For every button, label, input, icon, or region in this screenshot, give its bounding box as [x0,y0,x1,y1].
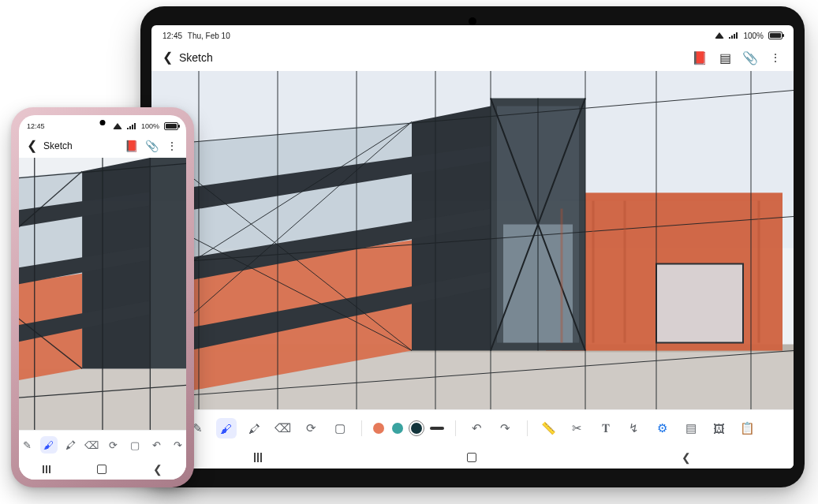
text-style-tool[interactable]: ↯ [624,418,644,439]
drawing-toolbar: ✎ 🖌 🖍 ⌫ ⟳ ▢ ↶ ↷ [19,430,186,459]
status-left: 12:45 Thu, Feb 10 [162,32,230,40]
highlighter-tool[interactable]: 🖍 [62,436,79,454]
eraser-tool[interactable]: ⌫ [84,436,100,454]
shape-tool[interactable]: ▢ [126,436,143,454]
clipboard-tool[interactable]: 📋 [738,418,758,439]
battery-icon [164,122,178,130]
nav-recents[interactable] [254,453,262,462]
status-time: 12:45 [162,32,182,40]
color-swatch-1[interactable] [373,423,384,434]
brush-tool[interactable]: 🖌 [40,436,57,454]
drawing-toolbar: ✎ 🖌 🖍 ⌫ ⟳ ▢ ↶ ↷ 📏 ✂ [151,409,794,446]
page-icon[interactable]: ▤ [718,50,732,65]
crop-tool[interactable]: ✂ [567,418,588,439]
tool-group-actions: ↶ ↷ [467,418,516,439]
layers-tool[interactable]: ▤ [681,418,701,439]
app-bar: ❮ Sketch 📕 ▤ 📎 ⋮ [151,44,794,71]
more-icon[interactable]: ⋮ [166,140,178,152]
battery-text: 100% [141,122,159,130]
system-nav-bar: ❮ [19,459,186,480]
brush-tool[interactable]: 🖌 [216,418,237,439]
back-button[interactable]: ❮ [27,140,37,152]
svg-rect-44 [150,158,186,368]
page-title: Sketch [179,51,213,64]
nav-home[interactable] [97,465,106,474]
status-right: 100% [113,122,178,130]
signal-icon [729,32,738,39]
sketch-canvas[interactable] [19,158,186,430]
shape-tool[interactable]: ▢ [330,418,350,439]
status-time: 12:45 [27,122,45,130]
page-title: Sketch [43,140,73,151]
nav-back[interactable]: ❮ [153,463,162,476]
status-date: Thu, Feb 10 [188,32,230,40]
phone-camera [100,120,106,125]
phone-device: 12:45 100% ❮ Sketch 📕 📎 ⋮ [13,109,192,486]
status-right: 100% [715,32,783,40]
tablet-device: 12:45 Thu, Feb 10 100% ❮ Sketch 📕 ▤ 📎 ⋮ [140,6,805,487]
tablet-screen: 12:45 Thu, Feb 10 100% ❮ Sketch 📕 ▤ 📎 ⋮ [151,25,794,469]
toolbar-divider [361,420,362,436]
reader-mode-icon[interactable]: 📕 [125,140,137,152]
wifi-icon [113,123,122,129]
phone-screen: 12:45 100% ❮ Sketch 📕 📎 ⋮ [19,115,186,480]
signal-icon [127,123,136,129]
back-button[interactable]: ❮ [162,51,173,64]
undo-button[interactable]: ↶ [148,436,165,454]
redo-button[interactable]: ↷ [495,418,516,439]
toolbar-divider [455,420,456,436]
color-swatch-2[interactable] [392,423,403,434]
status-bar: 12:45 Thu, Feb 10 100% [151,25,794,44]
svg-rect-6 [656,264,743,343]
text-tool[interactable]: 𝐓 [596,418,616,439]
undo-button[interactable]: ↶ [467,418,487,439]
tool-group-brushes: ✎ 🖌 🖍 ⌫ ⟳ ▢ [188,418,350,439]
lasso-tool[interactable]: ⟳ [301,418,322,439]
eraser-tool[interactable]: ⌫ [273,418,293,439]
sketch-canvas[interactable] [151,71,794,409]
reader-mode-icon[interactable]: 📕 [693,50,707,65]
highlighter-tool[interactable]: 🖍 [245,418,265,439]
sketch-drawing [151,71,794,409]
stroke-thickness[interactable] [430,427,444,430]
nav-back[interactable]: ❮ [682,451,691,464]
redo-button[interactable]: ↷ [170,436,186,454]
wifi-icon [715,32,724,39]
lasso-tool[interactable]: ⟳ [105,436,121,454]
ruler-tool[interactable]: 📏 [539,418,559,439]
attachment-icon[interactable]: 📎 [743,50,757,65]
system-nav-bar: ❮ [151,446,794,469]
nav-home[interactable] [467,453,476,462]
tool-group-edit: 📏 ✂ 𝐓 ↯ ⚙ ▤ 🖼 📋 [539,418,758,439]
color-swatches [373,423,444,434]
toolbar-divider [527,420,528,436]
pen-tool[interactable]: ✎ [19,436,35,454]
image-tool[interactable]: 🖼 [709,418,730,439]
sketch-drawing [19,158,186,430]
app-bar: ❮ Sketch 📕 📎 ⋮ [19,134,186,158]
battery-text: 100% [743,32,764,40]
attachment-icon[interactable]: 📎 [145,140,158,152]
color-swatch-3[interactable] [411,423,422,434]
insert-tool[interactable]: ⚙ [652,418,673,439]
nav-recents[interactable] [43,465,50,473]
tablet-camera [469,17,476,25]
more-icon[interactable]: ⋮ [768,50,783,65]
battery-icon [768,32,783,39]
